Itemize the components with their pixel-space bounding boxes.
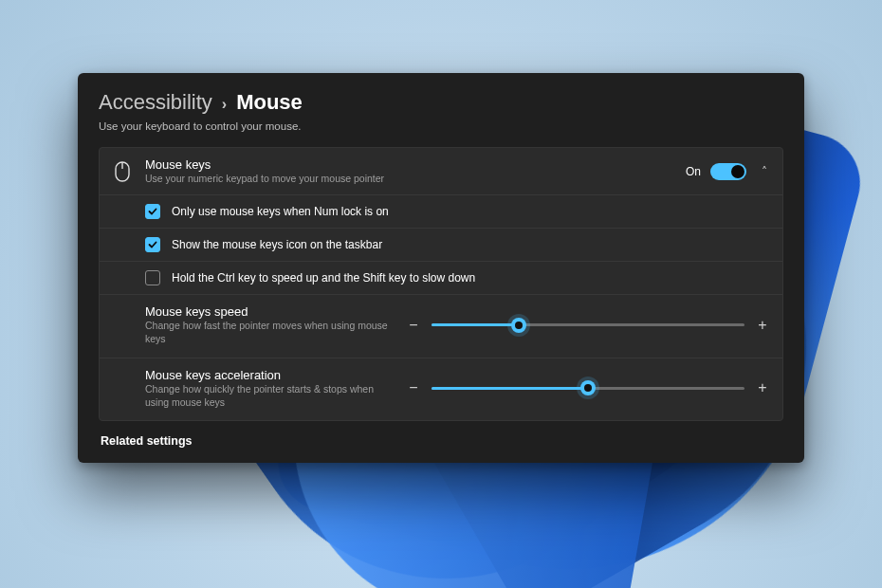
speed-slider-thumb[interactable] [511, 318, 526, 333]
accel-slider[interactable] [432, 387, 744, 390]
speed-slider[interactable] [432, 323, 744, 326]
mouse-keys-card: Mouse keys Use your numeric keypad to mo… [99, 147, 783, 421]
speed-desc: Change how fast the pointer moves when u… [145, 319, 392, 345]
option-ctrl-shift-label: Hold the Ctrl key to speed up and the Sh… [172, 271, 475, 285]
mouse-keys-toggle-label: On [686, 165, 701, 178]
accel-slider-fill [432, 387, 588, 390]
breadcrumb-separator-icon: › [222, 96, 227, 113]
speed-plus-button[interactable]: + [756, 318, 769, 333]
page-subtitle: Use your keyboard to control your mouse. [99, 120, 783, 132]
settings-window: Accessibility › Mouse Use your keyboard … [78, 73, 804, 463]
option-taskbar-icon-label: Show the mouse keys icon on the taskbar [172, 238, 382, 251]
mouse-keys-toggle[interactable] [710, 163, 746, 180]
accel-minus-button[interactable]: − [407, 380, 420, 395]
accel-title: Mouse keys acceleration [145, 368, 392, 382]
checkbox-ctrl-shift[interactable] [145, 270, 160, 285]
speed-title: Mouse keys speed [145, 304, 392, 319]
breadcrumb: Accessibility › Mouse [99, 90, 783, 115]
speed-row: Mouse keys speed Change how fast the poi… [100, 294, 782, 357]
option-numlock-label: Only use mouse keys when Num lock is on [172, 205, 389, 218]
option-ctrl-shift-row[interactable]: Hold the Ctrl key to speed up and the Sh… [100, 261, 782, 294]
checkbox-taskbar-icon[interactable] [145, 237, 160, 252]
mouse-keys-title: Mouse keys [145, 157, 672, 172]
chevron-up-icon[interactable]: ˄ [756, 165, 769, 178]
speed-slider-fill [432, 323, 519, 326]
speed-minus-button[interactable]: − [407, 318, 420, 333]
breadcrumb-current: Mouse [236, 90, 303, 115]
mouse-keys-desc: Use your numeric keypad to move your mou… [145, 172, 672, 185]
mouse-icon [113, 159, 132, 184]
option-taskbar-icon-row[interactable]: Show the mouse keys icon on the taskbar [100, 228, 782, 261]
accel-row: Mouse keys acceleration Change how quick… [100, 358, 782, 420]
accel-plus-button[interactable]: + [756, 380, 769, 395]
accel-slider-thumb[interactable] [580, 380, 596, 395]
checkbox-numlock[interactable] [145, 204, 160, 219]
accel-desc: Change how quickly the pointer starts & … [145, 382, 392, 409]
mouse-keys-header-row[interactable]: Mouse keys Use your numeric keypad to mo… [100, 148, 782, 194]
breadcrumb-parent[interactable]: Accessibility [99, 90, 212, 115]
option-numlock-row[interactable]: Only use mouse keys when Num lock is on [100, 194, 782, 228]
related-settings-heading: Related settings [101, 434, 781, 448]
